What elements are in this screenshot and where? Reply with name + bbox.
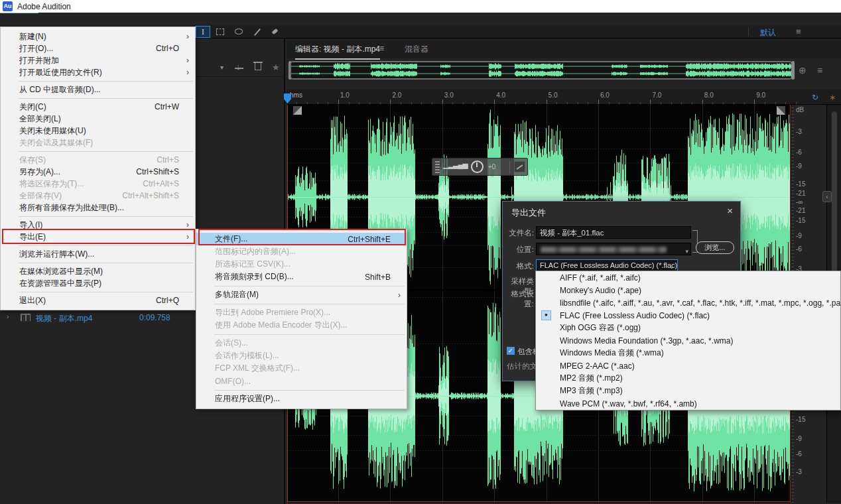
export-submenu-item-0[interactable]: 文件(F)...Ctrl+Shift+E	[196, 233, 407, 245]
lasso-selection-tool-button[interactable]	[232, 27, 245, 37]
file-menu-item-26[interactable]: 退出(X)Ctrl+Q	[1, 294, 195, 306]
ruler-tick	[390, 99, 391, 104]
file-menu-item-label: 从 CD 中提取音频(D)...	[19, 84, 179, 95]
format-option-6[interactable]: Windows Media 音频 (*.wma)	[536, 347, 840, 359]
overview-right-handle[interactable]	[791, 61, 795, 80]
file-menu-item-label: 新建(N)	[19, 31, 179, 42]
file-list-item[interactable]: › 视频 - 副本.mp4 0:09.758	[0, 310, 196, 325]
file-menu-item-13[interactable]: 另存为(A)...Ctrl+Shift+S	[1, 166, 195, 178]
file-menu-separator	[1, 78, 195, 84]
panel-menu-icon[interactable]: ≡	[379, 44, 384, 53]
hud-grip-icon[interactable]	[435, 161, 440, 173]
panel-list-icon[interactable]: ≡	[817, 65, 822, 76]
format-option-0[interactable]: AIFF (*.aif, *.aiff, *.aifc)	[536, 271, 840, 284]
ruler-tick	[359, 102, 359, 104]
workspace-menu-icon[interactable]: ≡	[796, 27, 801, 36]
export-submenu-item-8[interactable]: 使用 Adobe Media Encoder 导出(X)...	[196, 319, 407, 332]
export-submenu-item-12[interactable]: FCP XML 交换格式(F)...	[196, 362, 407, 375]
collapse-arrow-button[interactable]: ‹	[822, 191, 832, 202]
format-option-2[interactable]: libsndfile (*.aifc, *.aiff, *.au, *.avr,…	[536, 296, 840, 309]
chevron-down-icon[interactable]: ▾	[220, 64, 224, 71]
db-scale-label: -21	[796, 207, 805, 214]
time-selection-tool-button[interactable]: I	[196, 27, 210, 37]
format-option-7[interactable]: MPEG 2-AAC (*.aac)	[536, 359, 840, 372]
ruler-tick	[452, 102, 453, 104]
workspace-selector[interactable]: 默认	[760, 27, 776, 38]
file-menu-item-16[interactable]: 将所有音频保存为批处理(B)...	[1, 202, 195, 214]
loop-icon[interactable]: ↻	[812, 93, 818, 102]
tab-mixer[interactable]: 混音器	[405, 44, 428, 55]
marquee-selection-tool-button[interactable]	[214, 27, 227, 37]
file-menu-item-8[interactable]: 全部关闭(L)	[1, 113, 195, 125]
hud-settings-button[interactable]	[514, 161, 525, 172]
volume-hud[interactable]: ▁▂▃▄▅ +0	[432, 158, 528, 176]
export-submenu-item-5[interactable]: 多轨混音(M)›	[196, 288, 407, 301]
format-option-5[interactable]: Windows Media Foundation (*.3gp, *.aac, …	[536, 334, 840, 347]
filename-input[interactable]: 视频 - 副本_01.flac	[536, 226, 691, 239]
paintbrush-selection-tool-button[interactable]	[251, 27, 264, 37]
dialog-close-icon[interactable]: ×	[727, 205, 733, 216]
export-submenu-item-3[interactable]: 将音频刻录到 CD(B)...Shift+B	[196, 271, 407, 283]
export-submenu-item-label: 将音频刻录到 CD(B)...	[215, 271, 357, 283]
hud-volume-value: +0	[488, 163, 495, 170]
ruler-tick	[505, 102, 505, 104]
favorites-star-icon[interactable]: ★	[272, 62, 280, 72]
format-option-1[interactable]: Monkey's Audio (*.ape)	[536, 284, 840, 296]
file-menu-item-2[interactable]: 打开并附加›	[1, 54, 195, 66]
include-markers-checkbox[interactable]: ✓	[507, 347, 515, 355]
format-option-4[interactable]: Xiph OGG 容器 (*.ogg)	[536, 322, 840, 334]
format-option-9[interactable]: MP3 音频 (*.mp3)	[536, 385, 840, 397]
file-menu-item-18[interactable]: 导入(I)›	[1, 219, 195, 231]
timeline-ruler[interactable]: hms 1.02.03.04.05.06.07.08.09.0	[287, 90, 841, 105]
tab-editor[interactable]: 编辑器: 视频 - 副本.mp4	[295, 44, 380, 60]
spot-healing-brush-tool-button[interactable]	[268, 27, 281, 37]
submenu-arrow-icon: ›	[398, 290, 401, 300]
submenu-arrow-icon: ›	[186, 32, 189, 41]
export-submenu-item-10[interactable]: 会话(S)...	[196, 337, 407, 349]
export-submenu-item-2[interactable]: 所选标记至 CSV(K)...	[196, 258, 407, 271]
file-menu-item-0[interactable]: 新建(N)›	[1, 31, 195, 42]
snap-icon[interactable]: ∗	[829, 93, 836, 102]
healing-brush-icon	[271, 29, 278, 35]
location-dropdown-chevron-icon[interactable]: ▾	[685, 245, 688, 255]
file-menu-item-10[interactable]: 关闭会话及其媒体(F)	[1, 137, 195, 149]
ruler-tick	[640, 102, 641, 104]
fade-out-handle[interactable]	[777, 106, 785, 115]
fade-in-handle[interactable]	[293, 106, 302, 115]
file-menu-item-21[interactable]: 浏览并运行脚本(W)...	[1, 248, 195, 260]
ruler-tick-label: 2.0	[392, 92, 401, 99]
file-menu-item-3[interactable]: 打开最近使用的文件(R)›	[1, 66, 195, 78]
file-menu-item-shortcut: Ctrl+S	[157, 155, 179, 164]
zoom-navigate-icon[interactable]: ⊕	[799, 65, 807, 76]
file-menu-item-15[interactable]: 全部保存(V)Ctrl+Alt+Shift+S	[1, 190, 195, 202]
hud-volume-knob[interactable]	[471, 160, 484, 173]
ruler-tick	[328, 102, 328, 104]
waveform-overview-strip[interactable]	[290, 61, 793, 80]
expand-chevron-icon[interactable]: ›	[7, 313, 9, 320]
export-submenu-item-15[interactable]: 应用程序设置(P)...	[196, 393, 407, 405]
export-submenu-item-1[interactable]: 范围标记内的音频(A)...	[196, 245, 407, 258]
export-submenu-item-13[interactable]: OMF(O)...	[196, 375, 407, 387]
format-option-10[interactable]: Wave PCM (*.wav, *.bwf, *.rf64, *.amb)	[536, 397, 840, 410]
file-menu-item-14[interactable]: 将选区保存为(T)...Ctrl+Alt+S	[1, 178, 195, 190]
export-submenu-item-11[interactable]: 会话作为模板(L)...	[196, 349, 407, 362]
file-menu-item-9[interactable]: 关闭未使用媒体(U)	[1, 125, 195, 137]
format-dropdown-list: AIFF (*.aif, *.aiff, *.aifc)Monkey's Aud…	[535, 271, 841, 410]
format-option-8[interactable]: MP2 音频 (*.mp2)	[536, 372, 840, 385]
file-menu-item-7[interactable]: 关闭(C)Ctrl+W	[1, 101, 195, 113]
file-menu-item-19[interactable]: 导出(E)›	[1, 231, 195, 243]
file-menu-item-24[interactable]: 在资源管理器中显示(P)	[1, 277, 195, 289]
browse-button[interactable]: 浏览...	[696, 241, 734, 254]
format-option-3[interactable]: FLAC (Free Lossless Audio Codec) (*.flac…	[536, 309, 840, 322]
trash-icon[interactable]	[255, 63, 261, 70]
location-input[interactable]: ▾	[536, 243, 691, 255]
export-submenu-item-label: 导出到 Adobe Premiere Pro(X)...	[215, 307, 391, 318]
file-menu-item-12[interactable]: 保存(S)Ctrl+S	[1, 154, 195, 166]
file-menu-item-shortcut: Ctrl+Alt+Shift+S	[122, 191, 179, 200]
file-menu-item-23[interactable]: 在媒体浏览器中显示(M)	[1, 265, 195, 277]
ruler-unit-label: hms	[290, 92, 302, 99]
import-icon[interactable]: ↓	[236, 62, 241, 72]
file-menu-item-5[interactable]: 从 CD 中提取音频(D)...	[1, 84, 195, 95]
file-menu-item-1[interactable]: 打开(O)...Ctrl+O	[1, 42, 195, 54]
export-submenu-item-7[interactable]: 导出到 Adobe Premiere Pro(X)...	[196, 306, 407, 319]
